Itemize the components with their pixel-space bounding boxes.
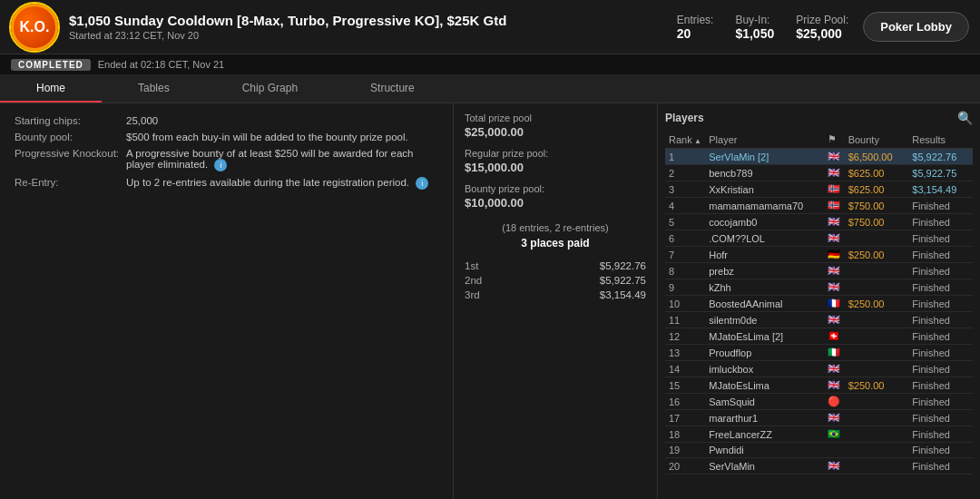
flag-cell: 🇧🇷 — [824, 426, 844, 443]
flag-cell: 🇬🇧 — [824, 377, 844, 394]
flag-cell: 🇮🇹 — [824, 345, 844, 361]
bounty-cell — [845, 230, 909, 247]
ended-text: Ended at 02:18 CET, Nov 21 — [98, 59, 224, 70]
bounty-cell — [845, 328, 909, 345]
bounty-cell: $250.00 — [845, 377, 909, 394]
result-cell: Finished — [908, 263, 973, 279]
header-info: $1,050 Sunday Cooldown [8-Max, Turbo, Pr… — [69, 13, 677, 41]
rank-cell: 8 — [665, 263, 705, 279]
result-cell: Finished — [908, 377, 973, 394]
table-row[interactable]: 10 BoostedAAnimal 🇫🇷 $250.00 Finished — [665, 296, 973, 312]
rank-cell: 17 — [665, 410, 705, 426]
payout-3rd-amount: $3,154.49 — [600, 289, 646, 300]
total-prize-value: $25,000.00 — [465, 125, 646, 139]
bounty-cell: $250.00 — [845, 247, 909, 263]
rank-cell: 1 — [665, 149, 705, 165]
reentry-label: Re-Entry: — [11, 174, 122, 192]
table-row[interactable]: 6 .COM??LOL 🇬🇧 Finished — [665, 230, 973, 247]
result-cell: Finished — [908, 410, 973, 426]
tab-chip-graph[interactable]: Chip Graph — [206, 74, 334, 103]
table-row[interactable]: 18 FreeLancerZZ 🇧🇷 Finished — [665, 426, 973, 443]
table-row[interactable]: 8 prebz 🇬🇧 Finished — [665, 263, 973, 279]
header-stats: Entries: 20 Buy-In: $1,050 Prize Pool: $… — [677, 14, 849, 41]
tab-tables[interactable]: Tables — [102, 74, 206, 103]
table-row[interactable]: 1 SerVlaMin [2] 🇬🇧 $6,500.00 $5,922.76 — [665, 149, 973, 165]
bounty-cell — [845, 345, 909, 361]
payout-2nd: 2nd $5,922.75 — [465, 273, 646, 288]
result-cell: Finished — [908, 426, 973, 443]
table-row[interactable]: 4 mamamamamama70 🇳🇴 $750.00 Finished — [665, 198, 973, 214]
progressive-ko-value: A progressive bounty of at least $250 wi… — [122, 145, 442, 174]
table-row[interactable]: 9 kZhh 🇬🇧 Finished — [665, 279, 973, 296]
table-row[interactable]: 13 Proudflop 🇮🇹 Finished — [665, 345, 973, 361]
result-cell: $5,922.75 — [908, 165, 973, 181]
result-cell: Finished — [908, 458, 973, 475]
table-row[interactable]: 15 MJatoEsLima 🇬🇧 $250.00 Finished — [665, 377, 973, 394]
bounty-cell: $250.00 — [845, 296, 909, 312]
table-row[interactable]: 5 cocojamb0 🇬🇧 $750.00 Finished — [665, 214, 973, 230]
payout-1st-place: 1st — [465, 260, 478, 271]
table-row[interactable]: 3 XxKristian 🇳🇴 $625.00 $3,154.49 — [665, 181, 973, 198]
right-panel: Players 🔍 Rank Player ⚑ Bounty Results 1… — [658, 103, 980, 499]
player-cell: kZhh — [705, 279, 824, 296]
col-player-header: Player — [705, 131, 824, 149]
table-row[interactable]: 17 mararthur1 🇬🇧 Finished — [665, 410, 973, 426]
flag-cell — [824, 443, 844, 458]
result-cell: $3,154.49 — [908, 181, 973, 198]
poker-lobby-button[interactable]: Poker Lobby — [863, 12, 969, 42]
result-cell: Finished — [908, 361, 973, 377]
table-row[interactable]: 20 SerVlaMin 🇬🇧 Finished — [665, 458, 973, 475]
entries-stat: Entries: 20 — [677, 14, 714, 41]
result-cell: Finished — [908, 214, 973, 230]
payout-2nd-amount: $5,922.75 — [600, 275, 646, 286]
rank-cell: 9 — [665, 279, 705, 296]
col-results-header: Results — [908, 131, 973, 149]
player-cell: SerVlaMin [2] — [705, 149, 824, 165]
table-row[interactable]: 16 SamSquid 🔴 Finished — [665, 394, 973, 410]
player-cell: BoostedAAnimal — [705, 296, 824, 312]
table-row[interactable]: 2 bencb789 🇬🇧 $625.00 $5,922.75 — [665, 165, 973, 181]
col-bounty-header: Bounty — [845, 131, 909, 149]
bounty-cell — [845, 279, 909, 296]
search-icon[interactable]: 🔍 — [957, 111, 973, 125]
tab-structure[interactable]: Structure — [334, 74, 451, 103]
reentry-info-icon[interactable]: i — [416, 177, 428, 190]
table-row[interactable]: 12 MJatoEsLima [2] 🇨🇭 Finished — [665, 328, 973, 345]
table-row[interactable]: 7 Hofr 🇩🇪 $250.00 Finished — [665, 247, 973, 263]
rank-cell: 19 — [665, 443, 705, 458]
table-row[interactable]: 11 silentm0de 🇬🇧 Finished — [665, 312, 973, 328]
rank-cell: 12 — [665, 328, 705, 345]
bounty-pool-value: $500 from each buy-in will be added to t… — [122, 129, 442, 145]
flag-cell: 🇬🇧 — [824, 214, 844, 230]
progressive-ko-info-icon[interactable]: i — [214, 159, 227, 171]
payout-2nd-place: 2nd — [465, 275, 482, 286]
table-row[interactable]: 14 imluckbox 🇬🇧 Finished — [665, 361, 973, 377]
bounty-cell — [845, 426, 909, 443]
result-cell: Finished — [908, 296, 973, 312]
bounty-cell — [845, 361, 909, 377]
rank-cell: 7 — [665, 247, 705, 263]
result-cell: Finished — [908, 230, 973, 247]
left-panel: Starting chips: 25,000 Bounty pool: $500… — [0, 103, 454, 499]
tab-home[interactable]: Home — [0, 74, 102, 103]
player-cell: FreeLancerZZ — [705, 426, 824, 443]
flag-cell: 🇬🇧 — [824, 361, 844, 377]
buyin-stat: Buy-In: $1,050 — [735, 14, 774, 41]
player-cell: mararthur1 — [705, 410, 824, 426]
col-rank-header[interactable]: Rank — [665, 131, 705, 149]
bounty-prize-value: $10,000.00 — [465, 196, 646, 210]
total-prize-label: Total prize pool — [465, 113, 646, 123]
players-header: Players 🔍 — [665, 111, 973, 125]
rank-cell: 20 — [665, 458, 705, 475]
starting-chips-value: 25,000 — [122, 113, 442, 129]
result-cell: Finished — [908, 312, 973, 328]
result-cell: Finished — [908, 394, 973, 410]
bounty-pool-label: Bounty pool: — [11, 129, 122, 145]
payout-3rd: 3rd $3,154.49 — [465, 288, 646, 302]
center-panel: Total prize pool $25,000.00 Regular priz… — [454, 103, 658, 499]
flag-cell: 🇬🇧 — [824, 410, 844, 426]
table-row[interactable]: 19 Pwndidi Finished — [665, 443, 973, 458]
player-cell: cocojamb0 — [705, 214, 824, 230]
header: K.O. $1,050 Sunday Cooldown [8-Max, Turb… — [0, 0, 980, 54]
player-cell: prebz — [705, 263, 824, 279]
